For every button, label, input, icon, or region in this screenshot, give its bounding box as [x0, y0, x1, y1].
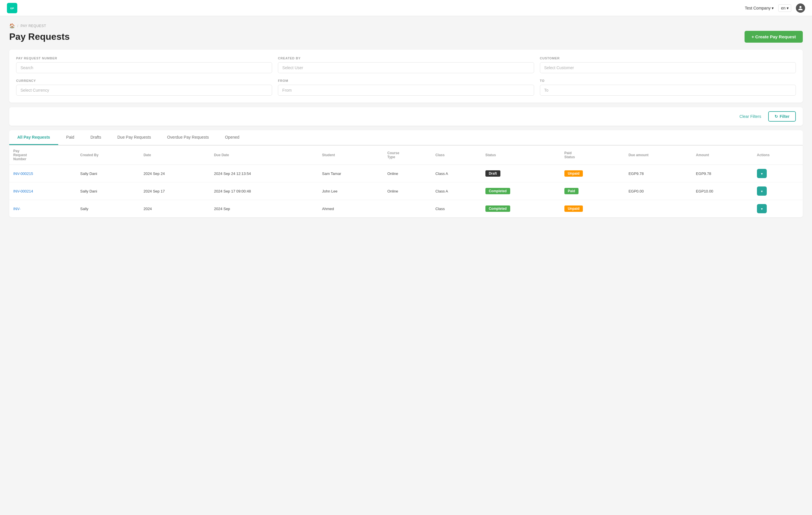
logo-area: GP: [7, 3, 17, 13]
clear-filters-button[interactable]: Clear Filters: [736, 112, 764, 121]
col-student: Student: [318, 146, 383, 165]
created-by-filter: CREATED BY Select User: [278, 57, 534, 73]
table-header: PayRequestNumber Created By Date Due Dat…: [9, 146, 803, 165]
page-container: 🏠 / PAY REQUEST Pay Requests + Create Pa…: [0, 16, 812, 224]
row-due-date: 2024 Sep 17 09:00:48: [210, 182, 318, 200]
table-row: INV-000215 Sally Dani 2024 Sep 24 2024 S…: [9, 165, 803, 182]
tab-drafts[interactable]: Drafts: [82, 130, 109, 145]
row-class: Class A: [431, 165, 481, 182]
logo-icon: GP: [7, 3, 17, 13]
row-date: 2024: [140, 200, 210, 218]
pay-requests-table: PayRequestNumber Created By Date Due Dat…: [9, 146, 803, 217]
col-amount: Amount: [692, 146, 753, 165]
select-user-dropdown[interactable]: Select User: [278, 62, 534, 73]
company-chevron-icon: ▾: [772, 6, 774, 10]
chevron-down-icon: [761, 206, 763, 211]
row-actions: [753, 182, 803, 200]
row-created-by: Sally Dani: [76, 182, 140, 200]
row-paid-status: Paid: [560, 182, 625, 200]
breadcrumb-current: PAY REQUEST: [21, 24, 46, 28]
customer-label: CUSTOMER: [540, 57, 796, 60]
select-customer-dropdown[interactable]: Select Customer: [540, 62, 796, 73]
svg-text:GP: GP: [10, 7, 14, 10]
currency-filter: CURRENCY Select Currency: [16, 79, 272, 96]
row-date: 2024 Sep 17: [140, 182, 210, 200]
search-input[interactable]: [16, 62, 272, 73]
col-due-date: Due Date: [210, 146, 318, 165]
page-title: Pay Requests: [9, 31, 70, 42]
table-row: INV-000214 Sally Dani 2024 Sep 17 2024 S…: [9, 182, 803, 200]
tab-opened[interactable]: Opened: [217, 130, 247, 145]
col-status: Status: [482, 146, 560, 165]
row-amount: [692, 200, 753, 218]
row-course-type: Online: [383, 182, 432, 200]
to-filter: TO: [540, 79, 796, 96]
row-paid-status: Unpaid: [560, 165, 625, 182]
row-amount: EGP10.00: [692, 182, 753, 200]
language-selector[interactable]: en ▾: [778, 4, 791, 12]
row-class: Class: [431, 200, 481, 218]
inv-link[interactable]: INV-000215: [13, 172, 33, 176]
breadcrumb-separator: /: [17, 24, 18, 28]
inv-link[interactable]: INV-000214: [13, 189, 33, 193]
col-due-amount: Due amount: [625, 146, 692, 165]
filter-refresh-icon: ↻: [775, 114, 778, 119]
row-date: 2024 Sep 24: [140, 165, 210, 182]
chevron-down-icon: [761, 189, 763, 193]
col-date: Date: [140, 146, 210, 165]
user-avatar[interactable]: [796, 3, 805, 13]
table-section: All Pay Requests Paid Drafts Due Pay Req…: [9, 130, 803, 217]
row-due-amount: EGP9.78: [625, 165, 692, 182]
row-actions: [753, 165, 803, 182]
company-selector[interactable]: Test Company ▾: [745, 6, 774, 10]
action-dropdown-button[interactable]: [757, 169, 767, 178]
company-name: Test Company: [745, 6, 771, 10]
paid-status-badge: Unpaid: [564, 170, 583, 177]
row-amount: EGP9.78: [692, 165, 753, 182]
page-header: Pay Requests + Create Pay Request: [9, 31, 803, 43]
row-paid-status: Unpaid: [560, 200, 625, 218]
language-label: en: [781, 6, 785, 10]
row-inv-number: INV-000215: [9, 165, 76, 182]
filter-grid: PAY REQUEST NUMBER CREATED BY Select Use…: [16, 57, 796, 96]
row-created-by: Sally: [76, 200, 140, 218]
home-icon[interactable]: 🏠: [9, 23, 15, 29]
from-label: FROM: [278, 79, 534, 83]
action-dropdown-button[interactable]: [757, 186, 767, 196]
status-badge: Draft: [486, 170, 500, 177]
inv-link[interactable]: INV-: [13, 207, 21, 211]
row-student: Ahmed: [318, 200, 383, 218]
filter-button[interactable]: ↻ Filter: [768, 111, 796, 122]
select-currency-dropdown[interactable]: Select Currency: [16, 85, 272, 96]
status-badge: Completed: [486, 206, 510, 212]
status-badge: Completed: [486, 188, 510, 194]
filter-card: PAY REQUEST NUMBER CREATED BY Select Use…: [9, 50, 803, 102]
action-dropdown-button[interactable]: [757, 204, 767, 213]
row-inv-number: INV-: [9, 200, 76, 218]
table-row: INV- Sally 2024 2024 Sep Ahmed Class Com…: [9, 200, 803, 218]
to-label: TO: [540, 79, 796, 83]
table-wrapper: PayRequestNumber Created By Date Due Dat…: [9, 146, 803, 217]
from-filter: FROM: [278, 79, 534, 96]
col-pay-request-number: PayRequestNumber: [9, 146, 76, 165]
lang-chevron-icon: ▾: [787, 6, 789, 10]
row-due-date: 2024 Sep: [210, 200, 318, 218]
col-course-type: CourseType: [383, 146, 432, 165]
create-pay-request-button[interactable]: + Create Pay Request: [745, 31, 803, 43]
tab-due-pay-requests[interactable]: Due Pay Requests: [109, 130, 159, 145]
to-input[interactable]: [540, 85, 796, 96]
col-actions: Actions: [753, 146, 803, 165]
from-input[interactable]: [278, 85, 534, 96]
row-due-amount: EGP0.00: [625, 182, 692, 200]
row-status: Completed: [482, 200, 560, 218]
tab-all-pay-requests[interactable]: All Pay Requests: [9, 130, 58, 145]
created-by-label: CREATED BY: [278, 57, 534, 60]
row-course-type: Online: [383, 165, 432, 182]
row-status: Completed: [482, 182, 560, 200]
row-inv-number: INV-000214: [9, 182, 76, 200]
tab-overdue-pay-requests[interactable]: Overdue Pay Requests: [159, 130, 217, 145]
row-student: Sam Tamar: [318, 165, 383, 182]
row-course-type: [383, 200, 432, 218]
action-bar: Clear Filters ↻ Filter: [9, 107, 803, 126]
tab-paid[interactable]: Paid: [58, 130, 82, 145]
